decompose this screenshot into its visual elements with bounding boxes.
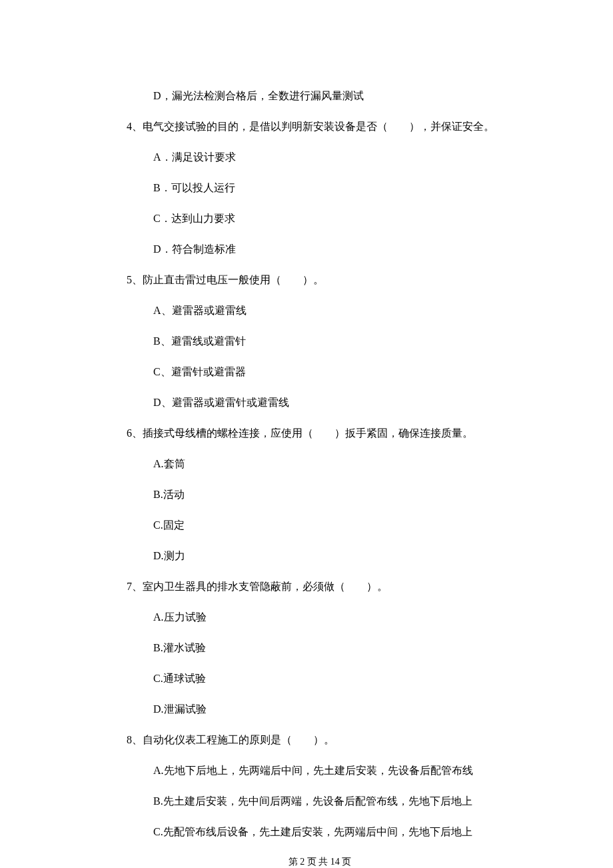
q3-option-d: D，漏光法检测合格后，全数进行漏风量测试 xyxy=(153,88,513,104)
q5-option-d: D、避雷器或避雷针或避雷线 xyxy=(153,395,513,411)
q4-option-b: B．可以投人运行 xyxy=(153,180,513,196)
q8-option-b: B.先土建后安装，先中间后两端，先设备后配管布线，先地下后地上 xyxy=(153,793,513,809)
q7-option-c: C.通球试验 xyxy=(153,671,513,687)
q4-text: 4、电气交接试验的目的，是借以判明新安装设备是否（ ），并保证安全。 xyxy=(127,119,513,135)
q7-option-a: A.压力试验 xyxy=(153,609,513,625)
q7-option-b: B.灌水试验 xyxy=(153,640,513,656)
q5-option-a: A、避雷器或避雷线 xyxy=(153,303,513,319)
q5-option-c: C、避雷针或避雷器 xyxy=(153,364,513,380)
q8-option-a: A.先地下后地上，先两端后中间，先土建后安装，先设备后配管布线 xyxy=(153,763,513,779)
q5-text: 5、防止直击雷过电压一般使用（ ）。 xyxy=(127,272,513,288)
q5-option-b: B、避雷线或避雷针 xyxy=(153,333,513,349)
q4-option-a: A．满足设计要求 xyxy=(153,149,513,165)
q7-text: 7、室内卫生器具的排水支管隐蔽前，必须做（ ）。 xyxy=(127,579,513,595)
q4-option-d: D．符合制造标准 xyxy=(153,241,513,257)
q6-option-c: C.固定 xyxy=(153,517,513,533)
q8-option-c: C.先配管布线后设备，先土建后安装，先两端后中间，先地下后地上 xyxy=(153,824,513,840)
q7-option-d: D.泄漏试验 xyxy=(153,701,513,717)
q6-text: 6、插接式母线槽的螺栓连接，应使用（ ）扳手紧固，确保连接质量。 xyxy=(127,425,513,441)
q6-option-b: B.活动 xyxy=(153,487,513,503)
page-footer: 第 2 页 共 14 页 xyxy=(127,855,513,868)
page-content: D，漏光法检测合格后，全数进行漏风量测试 4、电气交接试验的目的，是借以判明新安… xyxy=(0,0,613,868)
q4-option-c: C．达到山力要求 xyxy=(153,211,513,227)
q8-text: 8、自动化仪表工程施工的原则是（ ）。 xyxy=(127,732,513,748)
q6-option-d: D.测力 xyxy=(153,548,513,564)
q6-option-a: A.套筒 xyxy=(153,456,513,472)
